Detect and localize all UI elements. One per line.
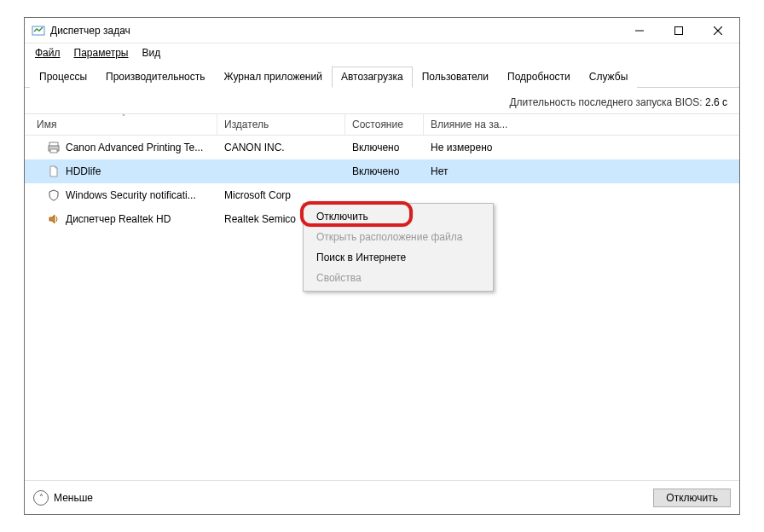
svg-rect-7 bbox=[50, 149, 57, 153]
table-row[interactable]: Canon Advanced Printing Te... CANON INC.… bbox=[25, 136, 739, 159]
state: Включено bbox=[345, 165, 424, 177]
speaker-icon bbox=[47, 212, 61, 226]
tab-performance[interactable]: Производительность bbox=[96, 66, 214, 88]
titlebar[interactable]: Диспетчер задач bbox=[25, 18, 739, 43]
tab-startup[interactable]: Автозагрузка bbox=[332, 66, 413, 88]
shield-icon bbox=[47, 188, 61, 202]
window-title: Диспетчер задач bbox=[50, 25, 620, 37]
app-icon bbox=[32, 24, 45, 38]
context-menu-search-online[interactable]: Поиск в Интернете bbox=[306, 247, 490, 268]
sort-ascending-icon: ˄ bbox=[122, 113, 125, 121]
file-icon bbox=[47, 165, 61, 178]
tab-details[interactable]: Подробности bbox=[498, 66, 580, 88]
chevron-up-icon: ˄ bbox=[33, 490, 49, 506]
fewer-details-button[interactable]: ˄ Меньше bbox=[33, 490, 93, 506]
printer-icon bbox=[47, 141, 61, 154]
minimize-button[interactable] bbox=[620, 19, 659, 43]
menu-file[interactable]: Файл bbox=[30, 45, 66, 61]
disable-button[interactable]: Отключить bbox=[653, 489, 731, 507]
tab-processes[interactable]: Процессы bbox=[30, 66, 96, 88]
bios-boot-time: Длительность последнего запуска BIOS: 2.… bbox=[25, 88, 739, 113]
menu-options[interactable]: Параметры bbox=[69, 45, 134, 61]
close-button[interactable] bbox=[698, 19, 738, 43]
menu-view[interactable]: Вид bbox=[136, 45, 165, 61]
app-name: Диспетчер Realtek HD bbox=[66, 213, 171, 225]
context-menu-open-location[interactable]: Открыть расположение файла bbox=[306, 227, 490, 247]
maximize-button[interactable] bbox=[659, 19, 698, 43]
app-name: HDDlife bbox=[66, 165, 101, 177]
publisher: CANON INC. bbox=[217, 142, 345, 153]
state: Включено bbox=[345, 142, 424, 153]
tab-services[interactable]: Службы bbox=[580, 66, 637, 88]
impact: Не измерено bbox=[424, 142, 518, 153]
table-body: Canon Advanced Printing Te... CANON INC.… bbox=[25, 136, 739, 480]
context-menu: Отключить Открыть расположение файла Пои… bbox=[303, 203, 494, 292]
context-menu-properties[interactable]: Свойства bbox=[306, 268, 490, 288]
column-impact[interactable]: Влияние на за... bbox=[424, 114, 518, 135]
publisher: Microsoft Corp bbox=[217, 189, 345, 201]
svg-rect-2 bbox=[675, 26, 683, 34]
table-header: ˄ Имя Издатель Состояние Влияние на за..… bbox=[25, 113, 739, 136]
column-state[interactable]: Состояние bbox=[345, 114, 424, 135]
tabbar: Процессы Производительность Журнал прило… bbox=[25, 62, 739, 88]
tab-users[interactable]: Пользователи bbox=[413, 66, 498, 88]
table-row[interactable]: HDDlife Включено Нет bbox=[25, 159, 739, 183]
column-name[interactable]: ˄ Имя bbox=[30, 114, 217, 135]
tab-app-history[interactable]: Журнал приложений bbox=[215, 66, 332, 88]
impact: Нет bbox=[424, 165, 518, 177]
column-publisher[interactable]: Издатель bbox=[217, 114, 345, 135]
app-name: Canon Advanced Printing Te... bbox=[66, 142, 203, 153]
menubar: Файл Параметры Вид bbox=[25, 43, 739, 62]
context-menu-disable[interactable]: Отключить bbox=[306, 206, 490, 227]
footer: ˄ Меньше Отключить bbox=[25, 480, 739, 514]
app-name: Windows Security notificati... bbox=[66, 189, 196, 201]
